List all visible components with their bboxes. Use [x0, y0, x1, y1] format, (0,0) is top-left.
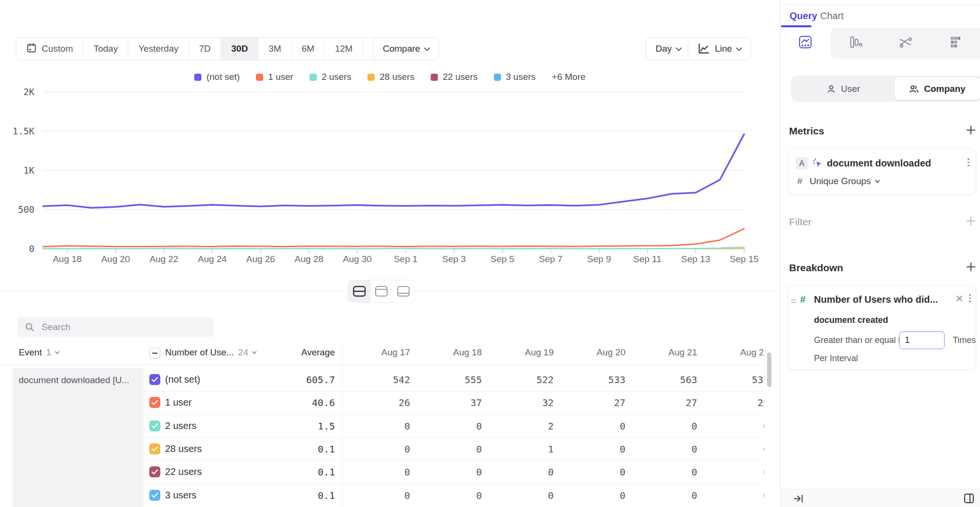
- metric-event-name[interactable]: document downloaded: [827, 158, 931, 169]
- range-button-12m[interactable]: 12M: [325, 38, 363, 60]
- svg-text:Aug 24: Aug 24: [198, 254, 227, 264]
- row-value: 0: [482, 466, 554, 478]
- add-filter-button[interactable]: [966, 216, 976, 228]
- breakdown-condition[interactable]: Greater than or equal to: [814, 335, 905, 345]
- add-metric-button[interactable]: [966, 125, 976, 137]
- chart-type-tab-line-chart[interactable]: [780, 28, 831, 58]
- compare-label: Compare: [383, 44, 420, 54]
- svg-text:Sep 5: Sep 5: [490, 254, 514, 264]
- split-panel-icon[interactable]: [963, 493, 975, 507]
- range-label: 7D: [199, 44, 211, 54]
- breakdown-event[interactable]: document created: [814, 315, 888, 325]
- legend-item-2-users[interactable]: 2 users: [310, 72, 351, 82]
- date-column-header[interactable]: Aug 19: [482, 347, 554, 358]
- split-view-button[interactable]: [348, 280, 370, 302]
- row-value: 0: [625, 443, 697, 455]
- row-checkbox[interactable]: [149, 466, 160, 477]
- range-button-yesterday[interactable]: Yesterday: [128, 38, 189, 60]
- row-checkbox[interactable]: [149, 420, 160, 431]
- row-checkbox[interactable]: [149, 374, 160, 385]
- event-column-header[interactable]: Event 1: [19, 347, 59, 358]
- chart-type-tab-bar-chart[interactable]: [831, 28, 881, 58]
- row-value: 0: [554, 443, 625, 455]
- aggregation-selector[interactable]: Unique Groups: [810, 176, 879, 187]
- legend-item-3-users[interactable]: 3 users: [494, 72, 535, 82]
- date-column-header[interactable]: Aug 20: [554, 347, 625, 358]
- chart-only-button[interactable]: [370, 280, 392, 302]
- select-all-checkbox[interactable]: [149, 348, 160, 359]
- breakdown-kebab-menu[interactable]: [967, 292, 973, 304]
- row-value: 0: [410, 490, 482, 501]
- legend-label: 2 users: [322, 72, 351, 82]
- legend-more[interactable]: +6 More: [552, 72, 585, 82]
- aggregation-label: Unique Groups: [810, 176, 871, 187]
- breakdown-card[interactable]: # Number of Users who did... document cr…: [788, 285, 976, 370]
- legend-label: 28 users: [379, 72, 414, 82]
- scope-company[interactable]: Company: [894, 77, 980, 100]
- times-value-input[interactable]: [899, 331, 945, 349]
- range-button-custom[interactable]: Custom: [16, 38, 83, 60]
- row-value: 537: [697, 374, 764, 386]
- flow-chart-icon: [898, 35, 913, 52]
- date-column-header[interactable]: Aug 21: [625, 347, 697, 358]
- granularity-button[interactable]: Day: [646, 37, 691, 60]
- row-value: 1: [482, 443, 554, 455]
- scope-user[interactable]: User: [793, 77, 894, 100]
- row-checkbox[interactable]: [149, 443, 160, 454]
- range-button-30d[interactable]: 30D: [221, 38, 258, 60]
- chart-type-label: Line: [715, 44, 732, 54]
- compare-button[interactable]: Compare: [373, 37, 439, 60]
- series-column-header[interactable]: Number of Use... 24: [165, 347, 256, 358]
- range-button-3m[interactable]: 3M: [258, 38, 291, 60]
- row-value: 26: [338, 397, 410, 408]
- legend-item-22-users[interactable]: 22 users: [431, 72, 478, 82]
- row-value: 542: [338, 374, 410, 386]
- svg-text:500: 500: [18, 204, 34, 215]
- range-button-today[interactable]: Today: [83, 38, 128, 60]
- date-column-header[interactable]: Aug 22: [697, 347, 764, 358]
- row-value: 27: [625, 397, 697, 408]
- tab-chart[interactable]: Chart: [820, 11, 844, 22]
- close-icon[interactable]: [955, 294, 964, 306]
- chevron-down-icon: [676, 45, 682, 51]
- chart-type-tab-scatter-chart[interactable]: [931, 28, 980, 58]
- range-button-6m[interactable]: 6M: [292, 38, 325, 60]
- row-value: 0: [554, 466, 625, 478]
- table-only-button[interactable]: [392, 280, 414, 302]
- date-column-header[interactable]: Aug 18: [410, 347, 482, 358]
- breakdown-title: Breakdown: [789, 262, 843, 274]
- row-average: 0.1: [263, 443, 335, 455]
- row-checkbox[interactable]: [149, 397, 160, 408]
- breakdown-property[interactable]: Number of Users who did...: [814, 294, 938, 305]
- per-interval-label[interactable]: Per Interval: [814, 353, 858, 364]
- tab-query[interactable]: Query: [790, 11, 817, 22]
- row-value: 0: [697, 420, 764, 432]
- drag-handle-icon[interactable]: [791, 296, 797, 307]
- row-value: 37: [410, 397, 482, 408]
- svg-text:Aug 30: Aug 30: [343, 254, 372, 264]
- date-column-header[interactable]: Aug 17: [338, 347, 410, 358]
- range-label: 3M: [268, 44, 281, 54]
- series-header-label: Number of Use...: [165, 347, 234, 358]
- legend-item-1-user[interactable]: 1 user: [256, 72, 293, 82]
- range-label: 6M: [302, 44, 314, 54]
- legend-item-not-set[interactable]: (not set): [194, 72, 240, 82]
- svg-text:Aug 28: Aug 28: [295, 254, 323, 264]
- add-breakdown-button[interactable]: [966, 262, 976, 274]
- legend-item-28-users[interactable]: 28 users: [368, 72, 414, 82]
- table-scrollbar[interactable]: [767, 353, 771, 387]
- chart-type-button[interactable]: Line: [688, 37, 751, 60]
- search-box: [17, 317, 213, 337]
- metric-card[interactable]: A document downloaded # Unique Groups: [788, 148, 976, 195]
- insights-dashboard: CustomTodayYesterday7D30D3M6M12MXTD Comp…: [0, 0, 980, 507]
- metric-kebab-menu[interactable]: [966, 156, 971, 168]
- hash-icon: #: [797, 176, 802, 187]
- average-column-header[interactable]: Average: [263, 347, 335, 358]
- legend-label: 3 users: [506, 72, 535, 82]
- row-checkbox[interactable]: [149, 490, 160, 501]
- legend-swatch: [494, 74, 501, 81]
- range-button-7d[interactable]: 7D: [189, 38, 221, 60]
- collapse-panel-icon[interactable]: [793, 493, 804, 507]
- search-input[interactable]: [41, 321, 186, 333]
- chart-type-tab-flow-chart[interactable]: [880, 28, 931, 58]
